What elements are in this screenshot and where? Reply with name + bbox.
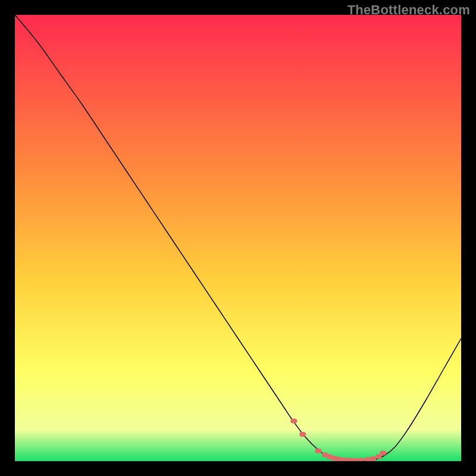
marker-optimal-zone-markers <box>315 449 322 453</box>
chart-svg <box>15 15 461 461</box>
chart-background <box>15 15 461 461</box>
plot-area <box>15 15 461 461</box>
marker-optimal-zone-markers <box>358 458 364 462</box>
marker-optimal-zone-markers <box>299 432 306 437</box>
marker-optimal-zone-markers <box>369 456 376 461</box>
marker-optimal-zone-markers <box>352 458 358 461</box>
marker-optimal-zone-markers <box>380 451 386 456</box>
chart-container: TheBottleneck.com <box>0 0 476 476</box>
marker-optimal-zone-markers <box>290 419 297 424</box>
